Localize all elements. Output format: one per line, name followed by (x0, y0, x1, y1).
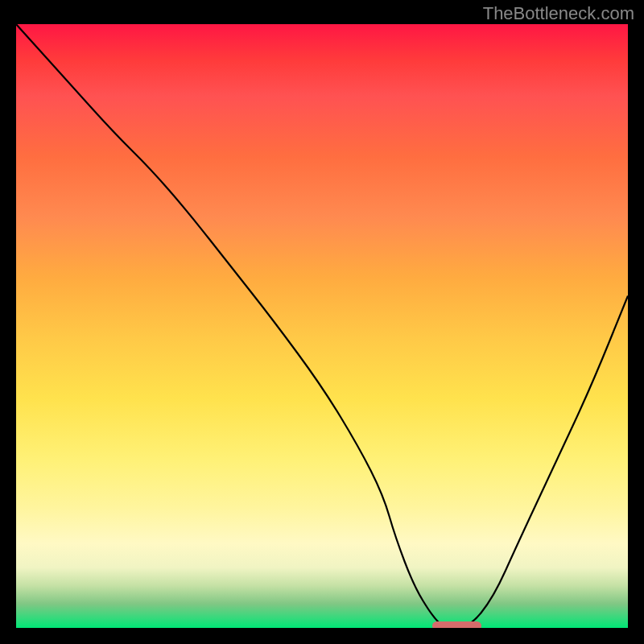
optimum-marker (432, 621, 481, 628)
bottleneck-curve (16, 24, 628, 628)
plot-area (16, 24, 628, 628)
watermark-text: TheBottleneck.com (483, 3, 634, 24)
